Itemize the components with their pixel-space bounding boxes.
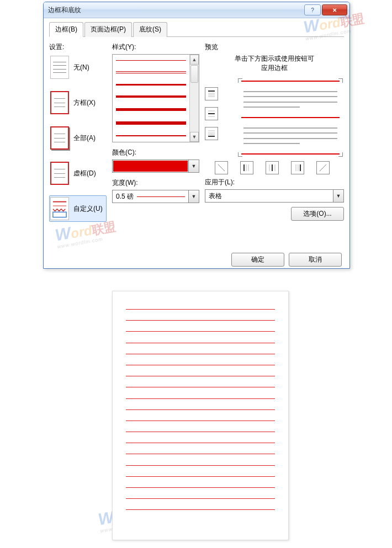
- preview-diag-down-button[interactable]: [215, 161, 228, 174]
- style-label: 样式(Y):: [112, 42, 199, 52]
- apply-value: 表格: [209, 191, 222, 201]
- scroll-up-icon[interactable]: ▲: [190, 55, 199, 65]
- preview-top-border-button[interactable]: [205, 87, 218, 100]
- setting-grid[interactable]: 虚框(D): [49, 160, 107, 187]
- titlebar[interactable]: 边框和底纹 ? ✕: [44, 2, 349, 18]
- preview-right-border-button[interactable]: [291, 161, 304, 174]
- tab-shading[interactable]: 底纹(S): [133, 22, 167, 37]
- width-combo[interactable]: 0.5 磅 ▼: [112, 190, 199, 203]
- style-listbox[interactable]: ▲ ▼: [112, 54, 199, 142]
- apply-label: 应用于(L):: [205, 178, 344, 187]
- close-button[interactable]: ✕: [322, 4, 347, 15]
- width-dropdown-icon[interactable]: ▼: [188, 190, 199, 203]
- ok-button[interactable]: 确定: [231, 253, 284, 267]
- setting-none-icon: [50, 56, 69, 79]
- preview-hint: 单击下方图示或使用按钮可 应用边框: [205, 54, 344, 73]
- setting-none-label: 无(N): [73, 63, 89, 72]
- color-combo[interactable]: ▼: [112, 159, 199, 173]
- scroll-thumb[interactable]: [190, 65, 198, 83]
- style-items: [113, 55, 189, 142]
- setting-custom-icon: [50, 197, 69, 220]
- svg-line-22: [320, 164, 326, 171]
- dialog-title: 边框和底纹: [48, 6, 303, 15]
- tab-strip: 边框(B) 页面边框(P) 底纹(S): [49, 22, 344, 37]
- style-scrollbar[interactable]: ▲ ▼: [189, 55, 199, 142]
- setting-box-label: 方框(X): [73, 98, 96, 108]
- result-page-preview: [112, 291, 289, 540]
- setting-all-icon: [50, 126, 69, 150]
- tab-borders[interactable]: 边框(B): [49, 22, 83, 37]
- width-label: 宽度(W):: [112, 178, 199, 188]
- setting-custom[interactable]: 自定义(U): [49, 195, 107, 222]
- preview-label: 预览: [205, 42, 344, 52]
- width-value: 0.5 磅: [116, 192, 134, 201]
- settings-label: 设置:: [49, 42, 107, 52]
- preview-bottom-border-button[interactable]: [205, 127, 218, 140]
- options-button[interactable]: 选项(O)...: [291, 207, 344, 221]
- setting-box-icon: [50, 91, 69, 114]
- tab-page-border[interactable]: 页面边框(P): [84, 22, 132, 37]
- preview-left-border-button[interactable]: [240, 161, 253, 174]
- apply-combo[interactable]: 表格 ▼: [205, 189, 344, 203]
- help-button[interactable]: ?: [304, 4, 321, 15]
- preview-diagram[interactable]: [221, 78, 344, 157]
- apply-dropdown-icon[interactable]: ▼: [333, 190, 343, 202]
- setting-grid-icon: [50, 162, 69, 185]
- color-dropdown-icon[interactable]: ▼: [188, 160, 199, 172]
- svg-rect-0: [53, 212, 66, 217]
- setting-custom-label: 自定义(U): [73, 204, 103, 214]
- preview-hmid-border-button[interactable]: [205, 107, 218, 120]
- width-sample-line: [137, 196, 185, 197]
- setting-grid-label: 虚框(D): [73, 169, 96, 178]
- setting-all-label: 全部(A): [73, 134, 96, 143]
- svg-line-12: [218, 164, 225, 171]
- cancel-button[interactable]: 取消: [289, 253, 342, 267]
- scroll-down-icon[interactable]: ▼: [190, 132, 199, 142]
- borders-shading-dialog: 边框和底纹 ? ✕ 边框(B) 页面边框(P) 底纹(S) 设置: 无(N): [43, 2, 350, 269]
- preview-vmid-border-button[interactable]: [266, 161, 279, 174]
- setting-all[interactable]: 全部(A): [49, 125, 107, 151]
- color-label: 颜色(C):: [112, 148, 199, 157]
- setting-box[interactable]: 方框(X): [49, 89, 107, 116]
- setting-none[interactable]: 无(N): [49, 54, 107, 81]
- preview-diag-up-button[interactable]: [316, 161, 330, 174]
- color-swatch: [113, 161, 188, 172]
